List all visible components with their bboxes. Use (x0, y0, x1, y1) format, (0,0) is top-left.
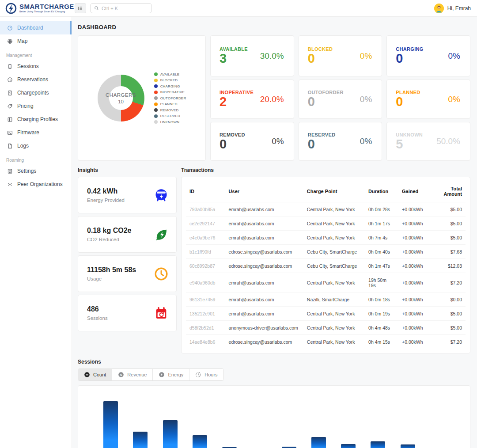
legend-label: PLANNED (160, 102, 178, 106)
sidebar-item-firmware[interactable]: Firmware (0, 126, 72, 139)
table-row[interactable]: ce2e292147emrah@usarlabs.comCentral Park… (186, 216, 466, 231)
column-header: Duration (365, 180, 398, 202)
sidebar-item-sessions[interactable]: Sessions (0, 60, 72, 73)
bar-slot (363, 441, 393, 448)
status-card-planned[interactable]: PLANNED 0 0% (386, 80, 470, 119)
status-card-inoperative[interactable]: INOPERATIVE 2 20.0% (210, 80, 294, 119)
bar-february-2025[interactable] (371, 441, 385, 448)
table-row[interactable]: 793a00b85aemrah@usarlabs.comCentral Park… (186, 202, 466, 216)
bar-january-2025[interactable] (341, 444, 356, 448)
bar-march-2025[interactable] (401, 444, 415, 448)
tab-count[interactable]: Count (78, 369, 112, 380)
status-percentage: 0% (272, 137, 284, 146)
table-cell: $5.00 (429, 231, 466, 245)
status-card-outoforder[interactable]: OUTOFORDER 0 0% (299, 80, 382, 119)
tab-energy[interactable]: Energy (153, 369, 189, 380)
table-row[interactable]: e4e0a9be76emrah@usarlabs.comCentral Park… (186, 231, 466, 245)
sessions-tabs: Count$RevenueEnergyHours (78, 368, 224, 381)
legend-item: INOPERATIVE (154, 90, 186, 94)
bar-december-2024[interactable] (311, 437, 326, 448)
table-cell: Central Park, New York (303, 202, 365, 216)
table-cell: e940a960db (186, 273, 225, 292)
leaf-icon (154, 228, 168, 242)
sidebar-nav: DashboardMapManagementSessionsReservatio… (0, 21, 72, 191)
globe-icon (7, 38, 13, 44)
sidebar-item-pricing[interactable]: Pricing (0, 99, 72, 113)
table-cell: d58f2b52d1 (186, 321, 225, 335)
sidebar-item-label: Logs (17, 143, 29, 149)
legend-label: UNKNOWN (160, 120, 180, 124)
table-row[interactable]: 96131e7459emrah@usarlabs.comNazilli, Sma… (186, 292, 466, 307)
global-search[interactable] (90, 3, 152, 13)
bar-july-2024[interactable] (163, 420, 178, 448)
insight-value: 0.18 kg CO2e (87, 227, 132, 235)
legend-color-dot (154, 114, 158, 118)
insight-card-energy-provided: 0.42 kWh Energy Provided (78, 177, 177, 213)
table-row[interactable]: 14ae84e8b6edrose.singcay@usarlabs.comCen… (186, 335, 466, 349)
insight-label: Sessions (87, 315, 108, 321)
status-card-charging[interactable]: CHARGING 0 0% (386, 35, 470, 76)
bar-slot (304, 437, 333, 448)
legend-item: OUTOFORDER (154, 96, 186, 100)
status-percentage: 30.0% (260, 51, 284, 61)
legend-item: PLANNED (154, 102, 186, 106)
sidebar-item-chargepoints[interactable]: Chargepoints (0, 86, 72, 99)
sidebar-item-reservations[interactable]: Reservations (0, 73, 72, 86)
sidebar-item-settings[interactable]: Settings (0, 164, 72, 178)
bar-may-2024[interactable] (103, 401, 118, 448)
sidebar-item-logs[interactable]: Logs (0, 139, 72, 152)
table-cell: 0h 1m 17s (365, 216, 398, 231)
brand-logo[interactable]: SMARTCHARGE Better Living Through Smart … (0, 3, 72, 14)
table-cell: emrah@usarlabs.com (225, 202, 303, 216)
table-row[interactable]: 135212c901emrah@usarlabs.comCentral Park… (186, 307, 466, 321)
table-row[interactable]: b1c1ff90fdedrose.singcay@usarlabs.comCeb… (186, 245, 466, 259)
table-cell: 0h 7m 4s (365, 231, 398, 245)
tab-hours[interactable]: Hours (189, 369, 223, 380)
transactions-header-row: IDUserCharge PointDurationGainedTotal Am… (186, 180, 466, 202)
bar-june-2024[interactable] (133, 432, 148, 448)
table-row[interactable]: 60c8992b87edrose.singcay@usarlabs.comCeb… (186, 259, 466, 273)
bar-slot (393, 444, 423, 448)
table-cell: Cebu City, SmartCharge (303, 245, 365, 259)
status-card-reserved[interactable]: RESERVED 0 0% (299, 122, 382, 161)
status-card-available[interactable]: AVAILABLE 3 30.0% (210, 35, 294, 76)
table-cell: 0h 4m 48s (365, 321, 398, 335)
legend-item: REMOVED (154, 108, 186, 112)
table-cell: b1c1ff90fd (186, 245, 225, 259)
tab-revenue[interactable]: $Revenue (112, 369, 153, 380)
table-cell: edrose.singcay@usarlabs.com (225, 245, 303, 259)
user-menu[interactable]: Hi, Emrah (434, 4, 477, 13)
sidebar-item-label: Charging Profiles (17, 116, 58, 122)
user-avatar[interactable] (434, 4, 444, 13)
sidebar-toggle-button[interactable] (75, 3, 86, 13)
table-cell: emrah@usarlabs.com (225, 292, 303, 307)
sidebar-item-label: Dashboard (17, 25, 43, 31)
table-cell: anonymous-driver@usarlabs.com (225, 321, 303, 335)
sidebar-item-charging-profiles[interactable]: Charging Profiles (0, 113, 72, 126)
table-cell: +0.00kWh (398, 321, 429, 335)
sidebar-item-map[interactable]: Map (0, 34, 72, 48)
sidebar-item-peer-organizations[interactable]: Peer Organizations (0, 178, 72, 191)
bar-august-2024[interactable] (193, 435, 207, 448)
meter-icon (154, 188, 168, 202)
sidebar-item-dashboard[interactable]: Dashboard (0, 21, 72, 34)
insight-label: CO2 Reduced (87, 237, 132, 242)
table-cell: $12.03 (429, 259, 466, 273)
legend-label: AVAILABLE (160, 72, 180, 76)
table-row[interactable]: d58f2b52d1anonymous-driver@usarlabs.comC… (186, 321, 466, 335)
search-icon (94, 6, 99, 11)
status-card-unknown[interactable]: UNKNOWN 5 50.0% (386, 122, 470, 161)
middle-section: Insights 0.42 kWh Energy Provided 0.18 k… (78, 167, 470, 353)
search-input[interactable] (102, 6, 146, 11)
legend-item: CHARGING (154, 84, 186, 88)
status-card-blocked[interactable]: BLOCKED 0 0% (299, 35, 382, 76)
insight-card-co2-reduced: 0.18 kg CO2e CO2 Reduced (78, 216, 177, 253)
firmware-icon (7, 130, 13, 136)
charger-icon (7, 90, 13, 96)
legend-color-dot (154, 72, 158, 76)
table-cell: 0h 0m 18s (365, 292, 398, 307)
bar-slot (333, 444, 363, 448)
asterisk-icon (7, 182, 13, 187)
status-card-removed[interactable]: REMOVED 0 0% (210, 122, 294, 161)
table-row[interactable]: e940a960dbemrah@usarlabs.comCentral Park… (186, 273, 466, 292)
